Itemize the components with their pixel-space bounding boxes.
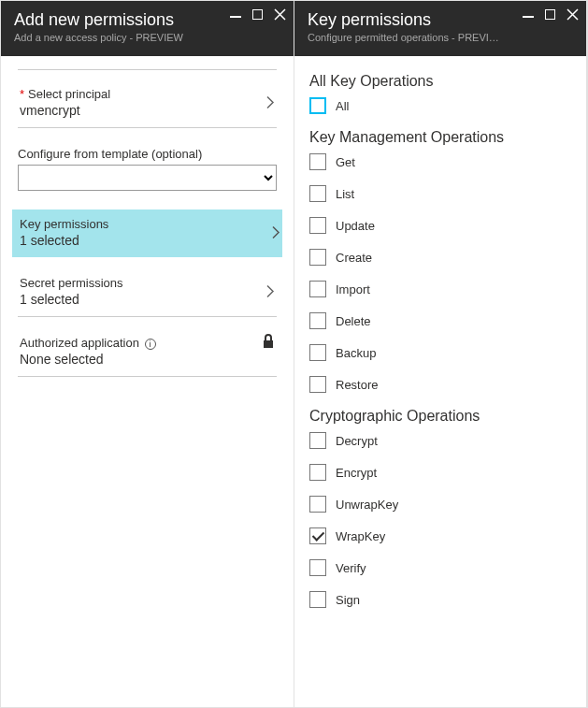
key-permissions-panel: Key permissions Configure permitted oper… xyxy=(294,1,587,707)
checkbox-icon xyxy=(309,249,326,266)
checkbox-list[interactable]: List xyxy=(309,185,571,202)
checkbox-restore[interactable]: Restore xyxy=(309,376,571,393)
minimize-icon[interactable] xyxy=(230,9,241,21)
info-icon[interactable]: i xyxy=(145,339,156,350)
checkbox-get[interactable]: Get xyxy=(309,153,571,170)
key-permissions-value: 1 selected xyxy=(20,233,275,248)
section-heading-all: All Key Operations xyxy=(309,73,571,90)
chevron-right-icon xyxy=(265,94,275,112)
chevron-right-icon xyxy=(271,224,280,242)
checkbox-icon xyxy=(309,464,326,481)
checkbox-verify[interactable]: Verify xyxy=(309,559,571,576)
checkbox-icon xyxy=(309,527,326,544)
chevron-right-icon xyxy=(265,283,275,301)
checkbox-label: UnwrapKey xyxy=(336,498,398,512)
checkbox-icon xyxy=(309,559,326,576)
checkbox-encrypt[interactable]: Encrypt xyxy=(309,464,571,481)
checkbox-icon xyxy=(309,185,326,202)
template-select[interactable] xyxy=(18,165,277,191)
checkbox-label: Sign xyxy=(336,593,360,607)
checkbox-label: WrapKey xyxy=(336,529,385,543)
required-star-icon: * xyxy=(20,87,24,101)
checkbox-label: Backup xyxy=(336,346,376,360)
checkbox-update[interactable]: Update xyxy=(309,217,571,234)
checkbox-backup[interactable]: Backup xyxy=(309,344,571,361)
checkbox-all[interactable]: All xyxy=(309,97,571,114)
checkbox-label: Get xyxy=(336,155,355,169)
maximize-icon[interactable] xyxy=(252,9,263,20)
section-heading-crypto: Cryptographic Operations xyxy=(309,408,571,425)
checkbox-label: Restore xyxy=(336,378,379,392)
checkbox-delete[interactable]: Delete xyxy=(309,312,571,329)
principal-label-text: Select principal xyxy=(28,87,110,101)
authorized-application-label: Authorized application i xyxy=(20,336,275,350)
checkbox-icon xyxy=(309,432,326,449)
checkbox-wrapkey[interactable]: WrapKey xyxy=(309,527,571,544)
section-heading-mgmt: Key Management Operations xyxy=(309,129,571,146)
checkbox-icon xyxy=(309,376,326,393)
right-panel-body: All Key Operations All Key Management Op… xyxy=(294,56,586,707)
checkbox-icon xyxy=(309,97,326,114)
add-permissions-panel: Add new permissions Add a new access pol… xyxy=(1,1,294,707)
authorized-application-value: None selected xyxy=(20,352,275,367)
left-window-controls xyxy=(230,8,286,21)
checkbox-label: Import xyxy=(336,282,370,296)
checkbox-icon xyxy=(309,217,326,234)
left-panel-header: Add new permissions Add a new access pol… xyxy=(1,1,294,56)
auth-app-label-text: Authorized application xyxy=(20,336,139,350)
key-permissions-label: Key permissions xyxy=(20,217,275,231)
checkbox-create[interactable]: Create xyxy=(309,249,571,266)
checkbox-label: Create xyxy=(336,251,372,265)
select-principal-row[interactable]: *Select principal vmencrypt xyxy=(18,79,277,128)
checkbox-label: Decrypt xyxy=(336,434,378,448)
close-icon[interactable] xyxy=(566,8,579,21)
select-principal-label: *Select principal xyxy=(20,87,275,101)
checkbox-icon xyxy=(309,496,326,513)
left-panel-body: *Select principal vmencrypt Configure fr… xyxy=(1,56,294,707)
principal-value: vmencrypt xyxy=(20,103,275,118)
checkbox-sign[interactable]: Sign xyxy=(309,591,571,608)
secret-permissions-row[interactable]: Secret permissions 1 selected xyxy=(18,268,277,317)
right-window-controls xyxy=(523,8,579,21)
lock-icon xyxy=(262,334,275,352)
close-icon[interactable] xyxy=(274,8,286,21)
checkbox-label: All xyxy=(336,99,349,113)
checkbox-unwrapkey[interactable]: UnwrapKey xyxy=(309,496,571,513)
checkbox-icon xyxy=(309,591,326,608)
checkbox-icon xyxy=(309,312,326,329)
checkbox-label: Verify xyxy=(336,561,366,575)
svg-rect-0 xyxy=(264,340,273,348)
minimize-icon[interactable] xyxy=(523,9,534,21)
secret-permissions-label: Secret permissions xyxy=(20,276,275,290)
checkbox-label: Update xyxy=(336,219,375,233)
right-panel-subtitle: Configure permitted operations - PREVI… xyxy=(308,32,573,43)
maximize-icon[interactable] xyxy=(545,9,555,20)
checkbox-icon xyxy=(309,153,326,170)
right-panel-header: Key permissions Configure permitted oper… xyxy=(294,1,586,56)
checkbox-label: List xyxy=(336,187,354,201)
checkbox-decrypt[interactable]: Decrypt xyxy=(309,432,571,449)
key-permissions-row[interactable]: Key permissions 1 selected xyxy=(12,210,282,257)
template-label: Configure from template (optional) xyxy=(18,147,277,161)
authorized-application-row[interactable]: Authorized application i None selected xyxy=(18,328,277,377)
checkbox-label: Delete xyxy=(336,314,371,328)
checkbox-icon xyxy=(309,281,326,297)
checkbox-label: Encrypt xyxy=(336,466,377,480)
checkbox-import[interactable]: Import xyxy=(309,281,571,297)
secret-permissions-value: 1 selected xyxy=(20,292,275,307)
left-panel-subtitle: Add a new access policy - PREVIEW xyxy=(14,32,280,43)
checkbox-icon xyxy=(309,344,326,361)
divider xyxy=(18,69,277,70)
